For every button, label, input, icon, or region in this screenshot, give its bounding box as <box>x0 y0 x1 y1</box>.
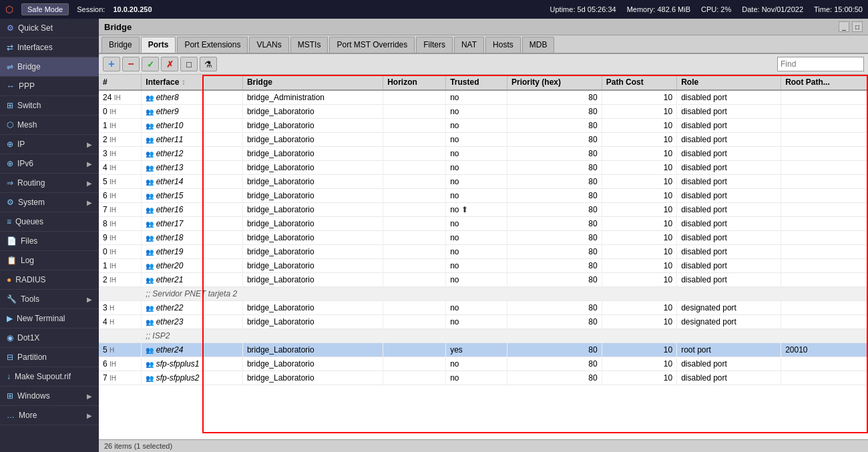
col-role[interactable]: Role <box>677 75 781 90</box>
enable-button[interactable]: ✓ <box>142 57 159 71</box>
table-row[interactable]: 6 IH 👥 sfp-sfpplus1 bridge_Laboratorio n… <box>99 357 868 371</box>
table-row[interactable]: 7 IH 👥 ether16 bridge_Laboratorio no ⬆ 8… <box>99 203 868 217</box>
tab-vlans[interactable]: VLANs <box>249 37 288 53</box>
add-button[interactable]: + <box>103 57 120 71</box>
cell-interface: 👥 ether16 <box>142 203 243 217</box>
cell-number: 3 H <box>99 301 142 315</box>
table-row[interactable]: 1 IH 👥 ether10 bridge_Laboratorio no 80 … <box>99 119 868 133</box>
disable-button[interactable]: ✗ <box>161 57 178 71</box>
copy-button[interactable]: □ <box>180 57 198 71</box>
tab-port-mst-overrides[interactable]: Port MST Overrides <box>329 37 415 53</box>
col-root-path[interactable]: Root Path... <box>781 75 868 90</box>
cell-role: disabled port <box>677 147 781 161</box>
ip-icon: ⊕ <box>7 140 13 149</box>
cell-priority: 80 <box>507 175 602 189</box>
table-row[interactable]: 0 IH 👥 ether19 bridge_Laboratorio no 80 … <box>99 245 868 259</box>
table-row[interactable]: 0 IH 👥 ether9 bridge_Laboratorio no 80 1… <box>99 105 868 119</box>
table-row[interactable]: 4 H 👥 ether23 bridge_Laboratorio no 80 1… <box>99 315 868 329</box>
tab-mstis[interactable]: MSTIs <box>290 37 329 53</box>
windows-icon: ⊞ <box>7 391 13 401</box>
tab-hosts[interactable]: Hosts <box>485 37 521 53</box>
tab-bridge[interactable]: Bridge <box>101 37 140 53</box>
table-row[interactable]: 1 IH 👥 ether20 bridge_Laboratorio no 80 … <box>99 259 868 273</box>
table-row[interactable]: 6 IH 👥 ether15 bridge_Laboratorio no 80 … <box>99 189 868 203</box>
remove-button[interactable]: − <box>122 57 140 71</box>
col-horizon[interactable]: Horizon <box>383 75 446 90</box>
table-row[interactable]: ;; ISP2 <box>99 329 868 343</box>
cell-trusted: no <box>446 301 507 315</box>
sidebar-label-switch: Switch <box>17 101 41 110</box>
sidebar-item-log[interactable]: 📋 Log <box>0 251 99 270</box>
cell-root-path <box>781 231 868 245</box>
sidebar-item-queues[interactable]: ≡ Queues <box>0 212 99 232</box>
col-interface[interactable]: Interface ↕ <box>142 75 243 90</box>
sidebar-item-new-terminal[interactable]: ▶ New Terminal <box>0 309 99 328</box>
col-bridge[interactable]: Bridge <box>242 75 383 90</box>
table-row[interactable]: 7 IH 👥 sfp-sfpplus2 bridge_Laboratorio n… <box>99 371 868 385</box>
cell-role: disabled port <box>677 161 781 175</box>
sidebar-item-quick-set[interactable]: ⚙ Quick Set <box>0 19 99 38</box>
table-row[interactable]: 2 IH 👥 ether21 bridge_Laboratorio no 80 … <box>99 273 868 287</box>
sidebar-item-dot1x[interactable]: ◉ Dot1X <box>0 328 99 348</box>
cell-root-path <box>781 245 868 259</box>
sidebar-item-system[interactable]: ⚙ System ▶ <box>0 193 99 212</box>
cell-number: 2 IH <box>99 133 142 147</box>
cell-bridge: bridge_Laboratorio <box>242 147 383 161</box>
sidebar-item-ip[interactable]: ⊕ IP ▶ <box>0 135 99 154</box>
table-row[interactable]: 5 H 👥 ether24 bridge_Laboratorio yes 80 … <box>99 343 868 357</box>
sidebar-item-radius[interactable]: ● RADIUS <box>0 270 99 290</box>
sidebar-item-bridge[interactable]: ⇌ Bridge <box>0 57 99 77</box>
sidebar-item-routing[interactable]: ⇒ Routing ▶ <box>0 174 99 193</box>
sidebar-item-more[interactable]: … More ▶ <box>0 406 99 425</box>
tab-filters[interactable]: Filters <box>416 37 453 53</box>
col-trusted[interactable]: Trusted <box>446 75 507 90</box>
table-row[interactable]: 4 IH 👥 ether13 bridge_Laboratorio no 80 … <box>99 161 868 175</box>
cell-path-cost: 10 <box>602 315 676 329</box>
cell-role: disabled port <box>677 245 781 259</box>
more-arrow-icon: ▶ <box>87 412 92 419</box>
title-bar-right: Uptime: 5d 05:26:34 Memory: 482.6 MiB CP… <box>550 5 863 13</box>
sidebar-item-mesh[interactable]: ⬡ Mesh <box>0 116 99 135</box>
log-icon: 📋 <box>7 256 17 265</box>
tab-ports[interactable]: Ports <box>141 37 176 53</box>
table-row[interactable]: 2 IH 👥 ether11 bridge_Laboratorio no 80 … <box>99 133 868 147</box>
sidebar-item-make-supout[interactable]: ↓ Make Supout.rif <box>0 367 99 387</box>
tab-port-extensions[interactable]: Port Extensions <box>177 37 248 53</box>
data-table-container[interactable]: # Interface ↕ Bridge Horizon Trusted Pri… <box>99 75 868 439</box>
sidebar-item-ppp[interactable]: ↔ PPP <box>0 77 99 96</box>
filter-button[interactable]: ⚗ <box>200 57 217 71</box>
minimize-button[interactable]: _ <box>839 21 849 32</box>
cell-horizon <box>383 203 446 217</box>
sidebar-item-partition[interactable]: ⊟ Partition <box>0 348 99 367</box>
safe-mode-button[interactable]: Safe Mode <box>21 3 69 15</box>
table-row[interactable]: 9 IH 👥 ether18 bridge_Laboratorio no 80 … <box>99 231 868 245</box>
cell-interface: 👥 ether20 <box>142 259 243 273</box>
table-row[interactable]: 3 IH 👥 ether12 bridge_Laboratorio no 80 … <box>99 147 868 161</box>
cell-trusted: no <box>446 259 507 273</box>
sidebar-item-windows[interactable]: ⊞ Windows ▶ <box>0 387 99 406</box>
tab-nat[interactable]: NAT <box>454 37 484 53</box>
cell-role: disabled port <box>677 203 781 217</box>
table-row[interactable]: 5 IH 👥 ether14 bridge_Laboratorio no 80 … <box>99 175 868 189</box>
sidebar-item-tools[interactable]: 🔧 Tools ▶ <box>0 290 99 309</box>
cell-bridge: bridge_Laboratorio <box>242 105 383 119</box>
cell-interface: 👥 ether24 <box>142 343 243 357</box>
sidebar-item-ipv6[interactable]: ⊕ IPv6 ▶ <box>0 154 99 174</box>
table-row[interactable]: ;; Servidor PNET tarjeta 2 <box>99 287 868 301</box>
tab-mdb[interactable]: MDB <box>522 37 555 53</box>
col-priority[interactable]: Priority (hex) <box>507 75 602 90</box>
sidebar-item-files[interactable]: 📄 Files <box>0 232 99 251</box>
session-label: Session: <box>77 5 105 13</box>
table-row[interactable]: 24 IH 👥 ether8 bridge_Administration no … <box>99 90 868 105</box>
sidebar-item-interfaces[interactable]: ⇄ Interfaces <box>0 38 99 57</box>
table-row[interactable]: 3 H 👥 ether22 bridge_Laboratorio no 80 1… <box>99 301 868 315</box>
maximize-button[interactable]: □ <box>852 21 863 32</box>
sidebar-item-switch[interactable]: ⊞ Switch <box>0 96 99 116</box>
search-input[interactable] <box>777 57 864 71</box>
ipv6-arrow-icon: ▶ <box>87 160 92 168</box>
col-number[interactable]: # <box>99 75 142 90</box>
table-row[interactable]: 8 IH 👥 ether17 bridge_Laboratorio no 80 … <box>99 217 868 231</box>
supout-icon: ↓ <box>7 372 11 381</box>
col-path-cost[interactable]: Path Cost <box>602 75 676 90</box>
cell-number: 5 H <box>99 343 142 357</box>
